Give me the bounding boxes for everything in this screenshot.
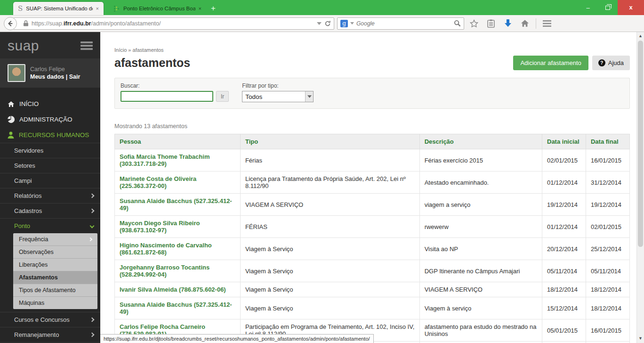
cell-descricao: VIAGEM A SERVIÇO [419, 282, 542, 297]
search-icon[interactable] [454, 20, 461, 27]
home-icon [521, 19, 529, 27]
person-link[interactable]: Sofia Marcia Thome Trabachim(303.317.718… [115, 149, 241, 172]
google-icon: g [340, 20, 348, 27]
breadcrumb-home-link[interactable]: Início [114, 47, 127, 53]
restore-icon [605, 6, 610, 10]
cell-data-inicial: 05/01/2015 [542, 319, 586, 342]
cell-data-final: 02/01/2015 [586, 216, 629, 238]
page-scrollbar[interactable]: ▲ ▼ [636, 32, 644, 343]
suap-sidebar: suap Carlos Felipe Meus dados | Sair INÍ… [0, 32, 100, 343]
sidebar-hamburger-icon[interactable] [80, 40, 93, 51]
tab-close-icon[interactable]: × [96, 6, 99, 11]
sidebar-item-label: Relatórios [14, 192, 42, 199]
cell-data-inicial: 01/12/2014 [542, 216, 586, 238]
sidebar-item-setores[interactable]: Setores [0, 158, 100, 173]
tab-ponto-eletronico[interactable]: Ponto Eletrônico Câmpus Boa ... × [109, 2, 206, 15]
cell-descricao: Férias exercício 2015 [419, 149, 542, 172]
new-tab-button[interactable]: + [211, 4, 216, 15]
cell-descricao: Visita ao NP [419, 238, 542, 260]
cell-descricao: DGP Itinerante no Câmpus Amajari [419, 260, 542, 282]
submenu-item-label: Frequência [19, 236, 48, 243]
window-controls: – x [578, 0, 644, 15]
cell-data-final: 31/12/2014 [586, 172, 629, 194]
cell-descricao: Atestado encaminhado. [419, 172, 542, 194]
close-button[interactable]: x [618, 0, 644, 15]
sidebar-item-ponto[interactable]: Ponto [0, 218, 100, 233]
search-bar[interactable]: g [337, 17, 464, 30]
cell-tipo: Viagem à Serviço [240, 282, 419, 297]
scroll-down-icon[interactable]: ▼ [637, 335, 644, 342]
sidebar-item-campi[interactable]: Campi [0, 173, 100, 188]
minimize-button[interactable]: – [578, 4, 598, 11]
person-link[interactable]: Susanna Alaide Bacchus (527.325.412-49) [115, 297, 241, 319]
sidebar-item-servidores[interactable]: Servidores [0, 143, 100, 158]
table-row: Marinete Costa de Oliveira(225.363.372-0… [115, 172, 630, 194]
downloads-button[interactable] [501, 17, 515, 30]
help-button-label: Ajuda [608, 59, 624, 66]
submenu-item-frequência[interactable]: Frequência [13, 233, 97, 246]
restore-button[interactable] [598, 4, 618, 11]
chevron-right-icon [90, 209, 95, 213]
tab-suap[interactable]: S SUAP: Sistema Unificado de A... × [13, 2, 104, 15]
bookmarks-menu-button[interactable] [484, 17, 498, 30]
back-button[interactable] [4, 17, 17, 30]
scroll-up-icon[interactable]: ▲ [637, 32, 644, 40]
person-link[interactable]: Ivanir Silva Almeida (786.875.602-06) [115, 282, 241, 297]
logout-link[interactable]: Sair [69, 74, 80, 80]
submenu-item-observações[interactable]: Observações [13, 246, 97, 259]
submenu-item-liberações[interactable]: Liberações [13, 259, 97, 271]
person-link[interactable]: Marinete Costa de Oliveira(225.363.372-0… [115, 172, 241, 194]
submenu-item-label: Liberações [19, 261, 48, 268]
my-data-link[interactable]: Meus dados [30, 74, 64, 80]
help-button[interactable]: ? Ajuda [592, 56, 630, 70]
sidebar-item-inicio[interactable]: INÍCIO [0, 96, 100, 112]
sidebar-item-cursos-e-concursos[interactable]: Cursos e Concursos [0, 312, 100, 327]
filter-type-label: Filtrar por tipo: [242, 82, 314, 89]
type-select[interactable]: Todos [242, 91, 314, 102]
submenu-item-label: Afastamentos [19, 274, 58, 281]
home-button[interactable] [518, 17, 532, 30]
cell-data-final: 16/01/2015 [586, 319, 629, 342]
bookmark-star-button[interactable] [467, 17, 481, 30]
url-dropdown-icon[interactable] [317, 22, 322, 25]
sidebar-item-remanejamento[interactable]: Remanejamento [0, 327, 100, 342]
submenu-item-tipos-de-afastamento[interactable]: Tipos de Afastamento [13, 284, 97, 297]
person-link[interactable]: Maycon Diego Silva Ribeiro(938.673.102-9… [115, 216, 241, 238]
add-afastamento-button[interactable]: Adicionar afastamento [513, 56, 588, 70]
search-label: Buscar: [121, 82, 229, 89]
person-link[interactable]: Susanna Alaide Bacchus (527.325.412-49) [115, 194, 241, 216]
cell-data-inicial: 04/08/2014 [542, 342, 586, 343]
search-engine-dropdown-icon[interactable] [350, 22, 354, 24]
submenu-item-máquinas[interactable]: Máquinas [13, 297, 97, 309]
sidebar-item-relatórios[interactable]: Relatórios [0, 188, 100, 203]
cell-data-inicial: 02/01/2015 [542, 149, 586, 172]
select-arrow-icon [305, 91, 313, 102]
lock-icon [23, 20, 29, 26]
submenu-item-afastamentos[interactable]: Afastamentos [13, 271, 97, 284]
chevron-down-icon [90, 224, 95, 229]
person-icon [8, 131, 14, 139]
suap-logo: suap [8, 38, 39, 54]
more-menu: Cursos e ConcursosRemanejamentoArquivos [0, 312, 100, 343]
buscar-input[interactable] [121, 91, 213, 102]
ifrr-favicon-icon [114, 6, 120, 12]
sidebar-item-administracao[interactable]: ADMINISTRAÇÃO [0, 112, 100, 127]
reload-icon[interactable] [324, 20, 331, 27]
sidebar-item-recursos-humanos[interactable]: RECURSOS HUMANOS [0, 127, 100, 143]
person-link[interactable]: Higino Nascimento de Carvalho(861.621.87… [115, 238, 241, 260]
column-header-tipo: Tipo [240, 134, 419, 149]
person-link[interactable]: Jorgehanny Barroso Tocantins(528.294.992… [115, 260, 241, 282]
sidebar-item-cadastros[interactable]: Cadastros [0, 203, 100, 218]
search-input[interactable] [356, 20, 451, 27]
chevron-right-icon [90, 318, 95, 322]
avatar [8, 64, 25, 82]
menu-button[interactable] [540, 17, 554, 30]
url-text[interactable]: https://suap.ifrr.edu.br/admin/ponto/afa… [32, 20, 314, 27]
scrollbar-thumb[interactable] [638, 41, 643, 247]
ir-button[interactable]: Ir [216, 91, 229, 102]
tab-close-icon[interactable]: × [199, 6, 201, 11]
cell-tipo: Férias [240, 149, 419, 172]
column-header-pessoa: Pessoa [115, 134, 241, 149]
url-bar[interactable]: https://suap.ifrr.edu.br/admin/ponto/afa… [13, 17, 334, 30]
home-icon [8, 101, 15, 107]
